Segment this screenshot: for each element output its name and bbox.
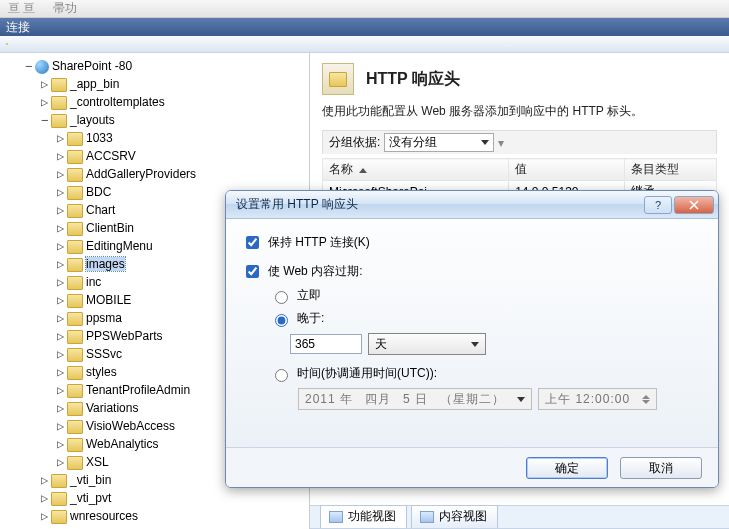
- menubar-item[interactable]: 亘 亘: [8, 0, 35, 17]
- dialog-close-button[interactable]: [674, 196, 714, 214]
- folder-icon: [51, 114, 67, 128]
- folder-icon: [67, 150, 83, 164]
- folder-icon: [67, 456, 83, 470]
- view-tabs: 功能视图 内容视图: [310, 505, 729, 529]
- tree-node[interactable]: ▷_controltemplates: [40, 93, 309, 111]
- grouping-row: 分组依据: 没有分组 ▾: [322, 130, 717, 154]
- col-name[interactable]: 名称: [323, 159, 509, 181]
- features-view-icon: [329, 511, 343, 523]
- expire-checkbox[interactable]: [246, 265, 259, 278]
- feature-title: HTTP 响应头: [366, 69, 460, 90]
- expire-utc-radio[interactable]: [275, 369, 288, 382]
- folder-icon: [67, 402, 83, 416]
- folder-icon: [67, 330, 83, 344]
- set-common-headers-dialog: 设置常用 HTTP 响应头 ? 保持 HTTP 连接(K) 使 Web 内容过期…: [225, 190, 719, 488]
- menubar-item[interactable]: 帚功: [53, 0, 77, 17]
- tree-node[interactable]: ▷_vti_pvt: [40, 489, 309, 507]
- folder-icon: [67, 312, 83, 326]
- folder-icon: [67, 204, 83, 218]
- expire-after-unit-select[interactable]: 天: [368, 333, 486, 355]
- tree-node[interactable]: ▷wnresources: [40, 507, 309, 525]
- chevron-down-icon: [471, 342, 479, 347]
- group-by-label: 分组依据:: [329, 134, 380, 151]
- keep-alive-checkbox[interactable]: [246, 236, 259, 249]
- tree-node[interactable]: ▷_app_bin: [40, 75, 309, 93]
- feature-header: HTTP 响应头 使用此功能配置从 Web 服务器添加到响应中的 HTTP 标头…: [310, 53, 729, 158]
- connections-panel-title: 连接: [0, 18, 729, 36]
- expire-label: 使 Web 内容过期:: [268, 263, 362, 280]
- chevron-down-icon: [481, 140, 489, 145]
- folder-icon: [51, 510, 67, 524]
- tab-content-view[interactable]: 内容视图: [411, 505, 498, 528]
- date-picker[interactable]: 2011 年 四月 5 日 （星期二）: [298, 388, 532, 410]
- folder-icon: [67, 420, 83, 434]
- folder-icon: [67, 276, 83, 290]
- folder-icon: [67, 186, 83, 200]
- folder-icon: [67, 438, 83, 452]
- folder-icon: [51, 78, 67, 92]
- folder-icon: [67, 132, 83, 146]
- globe-icon: [35, 60, 49, 74]
- tree-node[interactable]: ▷1033: [56, 129, 309, 147]
- col-type[interactable]: 条目类型: [624, 159, 716, 181]
- expire-immediate-radio[interactable]: [275, 291, 288, 304]
- folder-icon: [67, 366, 83, 380]
- folder-icon: [67, 384, 83, 398]
- dialog-help-button[interactable]: ?: [644, 196, 672, 214]
- tree-node[interactable]: ▷ACCSRV: [56, 147, 309, 165]
- group-by-select[interactable]: 没有分组: [384, 133, 494, 152]
- folder-icon: [51, 96, 67, 110]
- expire-after-value-input[interactable]: [290, 334, 362, 354]
- spinner-up-icon: [642, 395, 650, 399]
- http-headers-icon: [322, 63, 354, 95]
- dialog-titlebar[interactable]: 设置常用 HTTP 响应头 ?: [226, 191, 718, 219]
- folder-icon: [67, 294, 83, 308]
- folder-icon: [67, 168, 83, 182]
- chevron-down-icon: [517, 397, 525, 402]
- content-view-icon: [420, 511, 434, 523]
- close-icon: [689, 200, 699, 210]
- ok-button[interactable]: 确定: [526, 457, 608, 479]
- expire-after-label: 晚于:: [297, 310, 324, 327]
- folder-icon: [51, 474, 67, 488]
- folder-icon: [51, 492, 67, 506]
- folder-icon: [67, 348, 83, 362]
- keep-alive-label: 保持 HTTP 连接(K): [268, 234, 370, 251]
- spinner-down-icon: [642, 400, 650, 404]
- app-menubar: 亘 亘 帚功: [0, 0, 729, 18]
- col-value[interactable]: 值: [509, 159, 625, 181]
- folder-icon: [6, 43, 8, 45]
- expire-utc-label: 时间(协调通用时间(UTC)):: [297, 365, 437, 382]
- expire-after-radio[interactable]: [275, 314, 288, 327]
- folder-icon: [67, 240, 83, 254]
- time-picker[interactable]: 上午 12:00:00: [538, 388, 657, 410]
- folder-icon: [67, 258, 83, 272]
- tab-features-view[interactable]: 功能视图: [320, 505, 407, 528]
- feature-description: 使用此功能配置从 Web 服务器添加到响应中的 HTTP 标头。: [322, 103, 717, 120]
- dialog-title: 设置常用 HTTP 响应头: [236, 196, 642, 213]
- expire-immediate-label: 立即: [297, 287, 321, 304]
- folder-icon: [67, 222, 83, 236]
- tree-node[interactable]: ▷AddGalleryProviders: [56, 165, 309, 183]
- tree-toolbar: [0, 36, 729, 53]
- cancel-button[interactable]: 取消: [620, 457, 702, 479]
